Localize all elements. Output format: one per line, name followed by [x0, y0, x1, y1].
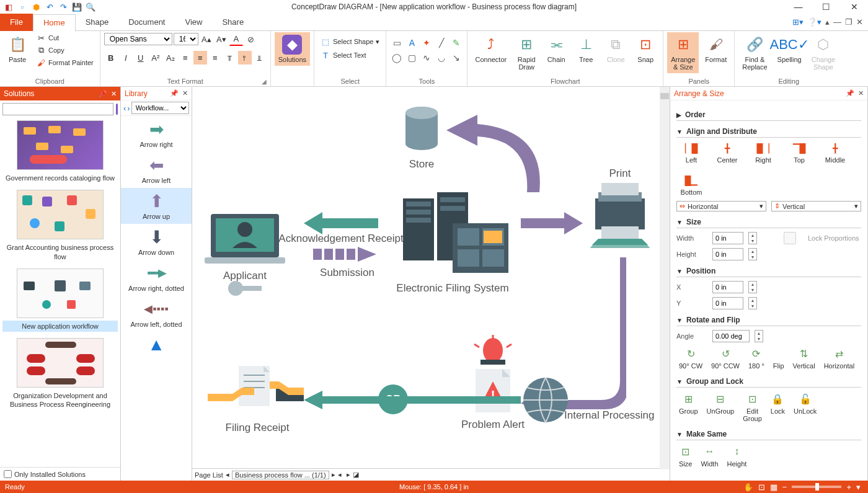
solutions-close-icon[interactable]: ✕	[111, 90, 117, 98]
align-top-button[interactable]: ▔█Top	[787, 143, 812, 164]
page-next-icon[interactable]: ▸	[332, 471, 335, 479]
minimize-inner-icon[interactable]: —	[833, 17, 841, 27]
arrange-pin-icon[interactable]: 📌	[846, 89, 854, 97]
tool-rounded-icon[interactable]: ▢	[405, 51, 418, 64]
zoom-icon[interactable]: 🔍	[86, 2, 95, 12]
width-input[interactable]	[712, 232, 743, 244]
tab-share[interactable]: Share	[212, 14, 254, 31]
font-color-icon[interactable]: A	[229, 32, 243, 46]
edit-group-button[interactable]: ⊡Edit Group	[743, 393, 762, 422]
unlock-button[interactable]: 🔓UnLock	[794, 393, 817, 422]
bold-button[interactable]: B	[104, 51, 118, 64]
align-middle-button[interactable]: ╋Middle	[823, 143, 848, 164]
find-replace-button[interactable]: 🔗Find & Replace	[738, 32, 771, 73]
connector-button[interactable]: ⤴Connector	[471, 32, 510, 66]
clone-button[interactable]: ⧉Clone	[602, 32, 629, 66]
increase-font-icon[interactable]: A▴	[200, 32, 213, 46]
diagram-canvas[interactable]: Store Print Applicant Acknowledgement Re…	[192, 87, 660, 468]
width-spinner[interactable]: ▲▼	[748, 232, 757, 244]
ungroup-button[interactable]: ⊟UnGroup	[707, 393, 735, 422]
page-prev-icon[interactable]: ◂	[226, 471, 229, 479]
hscroll-right-icon[interactable]: ▸	[347, 471, 350, 479]
shape-store[interactable]: Store	[397, 105, 446, 171]
shape-filing-receipt[interactable]: Filing Receipt	[208, 363, 307, 434]
flip-horizontal-button[interactable]: ⇄Horizontal	[824, 347, 855, 370]
valign-top-button[interactable]: ⫪	[223, 51, 237, 64]
status-zoom-dropdown-icon[interactable]: ▾	[856, 482, 861, 492]
text-format-expander-icon[interactable]: ◢	[262, 78, 267, 85]
height-input[interactable]	[712, 248, 743, 260]
section-make-same[interactable]: ▼Make Same	[676, 427, 861, 440]
height-spinner[interactable]: ▲▼	[748, 248, 757, 260]
tab-document[interactable]: Document	[118, 14, 175, 31]
distribute-vertical-select[interactable]: ⇕Vertical▾	[771, 201, 861, 211]
layout-icon[interactable]: ⊞▾	[792, 17, 804, 27]
y-input[interactable]	[712, 297, 743, 309]
library-list[interactable]: ➡Arrow right ⬅Arrow left ⬆Arrow up ⬇Arro…	[121, 116, 192, 481]
font-size-select[interactable]: 16	[174, 33, 198, 45]
ribbon-collapse-icon[interactable]: ▴	[825, 17, 830, 27]
only-installed-checkbox[interactable]	[4, 470, 12, 478]
restore-inner-icon[interactable]: ❐	[845, 17, 852, 27]
section-order[interactable]: ▶Order	[676, 108, 861, 121]
library-dropdown[interactable]: Workflow...	[131, 102, 189, 114]
subscript-button[interactable]: A₂	[164, 51, 177, 64]
close-inner-icon[interactable]: ✕	[856, 17, 863, 27]
tab-home[interactable]: Home	[33, 14, 76, 32]
library-item[interactable]: ▲	[121, 332, 192, 360]
solutions-button[interactable]: ◆ Solutions	[275, 32, 310, 66]
format-button[interactable]: 🖌Format	[701, 32, 730, 66]
solutions-list[interactable]: Government records cataloging flow Grant…	[0, 118, 120, 467]
page-tab[interactable]: Business process flow ... (1/1)	[232, 471, 329, 479]
solution-item[interactable]: Government records cataloging flow	[2, 120, 118, 184]
section-position[interactable]: ▼Position	[676, 264, 861, 277]
align-left-button[interactable]: ▏█Left	[679, 143, 704, 164]
shape-applicant[interactable]: Applicant	[198, 211, 291, 304]
status-grid-icon[interactable]: ▦	[770, 482, 777, 492]
align-bottom-button[interactable]: █▁Bottom	[679, 175, 704, 196]
rapid-draw-button[interactable]: ⊞Rapid Draw	[513, 32, 540, 73]
hscroll-left-icon[interactable]: ◂	[338, 471, 342, 479]
solutions-search-input[interactable]	[2, 103, 113, 115]
rotate-cw-button[interactable]: ↻90° CW	[679, 347, 702, 370]
solutions-filter-icon[interactable]	[116, 104, 118, 115]
tool-star-icon[interactable]: ✦	[420, 36, 433, 50]
same-width-button[interactable]: ↔Width	[701, 445, 718, 468]
change-shape-button[interactable]: ⬡Change Shape	[808, 32, 839, 73]
arrange-size-button[interactable]: ⊞Arrange & Size	[667, 32, 699, 73]
status-zoom-in-icon[interactable]: +	[846, 482, 851, 492]
status-zoom-out-icon[interactable]: −	[782, 482, 787, 492]
section-group[interactable]: ▼Group and Lock	[676, 375, 861, 388]
same-size-button[interactable]: ⊡Size	[679, 445, 692, 468]
rotate-ccw-button[interactable]: ↺90° CCW	[711, 347, 740, 370]
chain-button[interactable]: ⫘Chain	[542, 32, 570, 66]
align-center-button2[interactable]: ╋Center	[715, 143, 740, 164]
align-center-button[interactable]: ≡	[193, 51, 207, 64]
section-align[interactable]: ▼Align and Distribute	[676, 125, 861, 138]
app-icon[interactable]: ◧	[4, 2, 14, 12]
minimize-button[interactable]: —	[784, 0, 812, 14]
tool-bezier-icon[interactable]: ∿	[420, 51, 433, 64]
tool-pencil-icon[interactable]: ✎	[450, 36, 463, 50]
library-item[interactable]: ▪▪▪▪▶Arrow right, dotted	[121, 260, 192, 296]
underline-button[interactable]: U	[134, 51, 148, 64]
tool-line-icon[interactable]: ╱	[435, 36, 448, 50]
clear-format-icon[interactable]: ⊘	[244, 32, 258, 46]
shape-print[interactable]: Print	[583, 167, 657, 251]
select-shape-button[interactable]: ⬚Select Shape ▾	[318, 36, 382, 47]
angle-input[interactable]	[712, 330, 750, 342]
solution-item[interactable]: Organization Development and Business Pr…	[2, 338, 118, 411]
tool-text-icon[interactable]: A	[405, 36, 418, 50]
shape-problem-alert[interactable]: ! Problem Alert	[456, 335, 530, 431]
x-spinner[interactable]: ▲▼	[748, 281, 757, 293]
snap-button[interactable]: ⊡Snap	[632, 32, 659, 66]
copy-button[interactable]: ⧉Copy	[33, 45, 96, 56]
library-item[interactable]: ⬇Arrow down	[121, 224, 192, 260]
library-item[interactable]: ⬆Arrow up	[121, 188, 192, 224]
tool-rect-icon[interactable]: ▭	[390, 36, 404, 50]
valign-bottom-button[interactable]: ⫫	[253, 51, 267, 64]
same-height-button[interactable]: ↕Height	[727, 445, 747, 468]
group-button[interactable]: ⊞Group	[679, 393, 698, 422]
distribute-horizontal-select[interactable]: ⇔Horizontal▾	[676, 201, 766, 211]
section-rotate[interactable]: ▼Rotate and Flip	[676, 313, 861, 326]
